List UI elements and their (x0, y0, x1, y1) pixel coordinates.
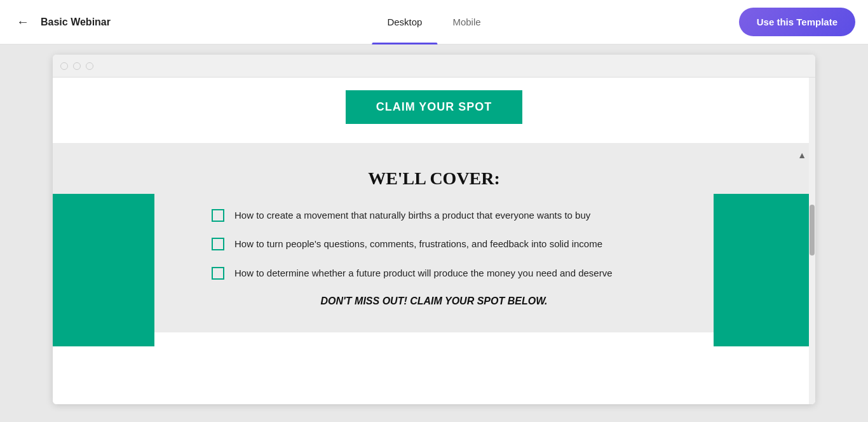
tab-mobile[interactable]: Mobile (437, 0, 496, 44)
cover-footer: DON'T MISS OUT! CLAIM YOUR SPOT BELOW. (212, 296, 656, 307)
checkbox-icon-1 (212, 209, 224, 222)
cover-inner: WE'LL COVER: How to create a movement th… (212, 168, 656, 307)
list-item: How to create a movement that naturally … (212, 208, 656, 222)
browser-dot-3 (86, 62, 93, 70)
browser-dot-1 (60, 62, 68, 70)
scrollbar-track[interactable] (809, 78, 815, 404)
checkbox-icon-2 (212, 238, 224, 250)
list-item: How to determine whether a future produc… (212, 266, 656, 280)
browser-chrome (53, 55, 815, 78)
cover-section: WE'LL COVER: How to create a movement th… (53, 143, 815, 332)
cover-title: WE'LL COVER: (212, 168, 656, 189)
claim-spot-button[interactable]: CLAIM YOUR SPOT (346, 90, 523, 124)
back-button[interactable]: ← (13, 12, 33, 32)
list-item: How to turn people's questions, comments… (212, 236, 656, 251)
page-content: CLAIM YOUR SPOT WE'LL COVER: How to crea… (53, 78, 815, 404)
list-item-text-1: How to create a movement that naturally … (234, 208, 590, 222)
main-area: CLAIM YOUR SPOT WE'LL COVER: How to crea… (0, 44, 868, 422)
scroll-up-arrow[interactable]: ▲ (797, 150, 806, 160)
side-panel-left (53, 194, 154, 346)
list-item-text-3: How to determine whether a future produc… (234, 266, 613, 280)
browser-frame: CLAIM YOUR SPOT WE'LL COVER: How to crea… (53, 55, 815, 404)
cover-list: How to create a movement that naturally … (212, 208, 656, 280)
tab-desktop[interactable]: Desktop (372, 0, 437, 44)
back-icon: ← (17, 15, 29, 29)
claim-section: CLAIM YOUR SPOT (53, 78, 815, 143)
checkbox-icon-3 (212, 267, 224, 280)
side-panel-right (714, 194, 815, 346)
browser-dot-2 (73, 62, 81, 70)
scrollbar-thumb[interactable] (810, 205, 815, 255)
use-template-button[interactable]: Use this Template (739, 8, 855, 36)
tab-group: Desktop Mobile (372, 0, 496, 44)
page-title: Basic Webinar (41, 17, 111, 28)
header: ← Basic Webinar Desktop Mobile Use this … (0, 0, 868, 44)
list-item-text-2: How to turn people's questions, comments… (234, 236, 602, 251)
